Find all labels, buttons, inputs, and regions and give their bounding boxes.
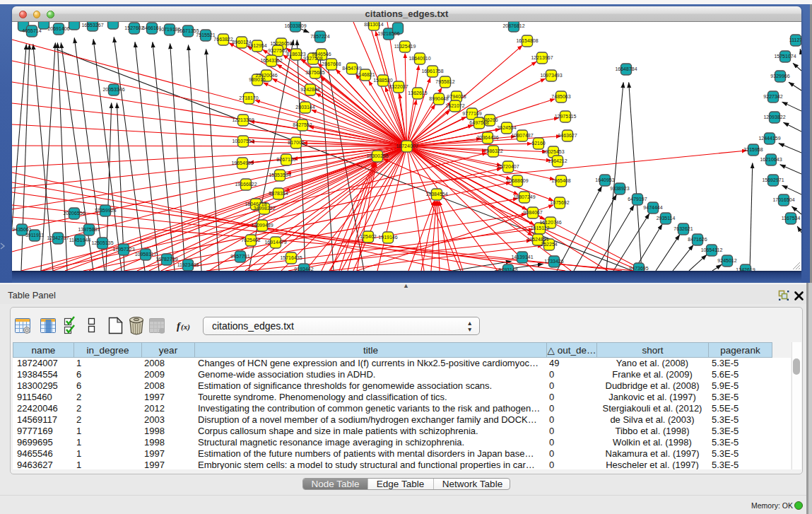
svg-text:7857224: 7857224 bbox=[310, 34, 329, 39]
svg-text:12444159: 12444159 bbox=[758, 136, 780, 141]
svg-text:1733426: 1733426 bbox=[544, 259, 563, 264]
svg-text:16648784: 16648784 bbox=[615, 66, 637, 71]
svg-text:13975887: 13975887 bbox=[78, 227, 100, 232]
svg-text:1640953: 1640953 bbox=[595, 177, 614, 182]
svg-text:15716435: 15716435 bbox=[280, 255, 302, 260]
svg-text:9327508: 9327508 bbox=[303, 56, 322, 61]
svg-text:12975115: 12975115 bbox=[555, 114, 577, 119]
svg-text:4055714: 4055714 bbox=[22, 28, 41, 33]
svg-text:9193442: 9193442 bbox=[294, 267, 313, 271]
svg-text:12213967: 12213967 bbox=[531, 55, 553, 60]
svg-text:1621072: 1621072 bbox=[445, 103, 464, 108]
svg-text:7663822: 7663822 bbox=[213, 37, 233, 42]
svg-text:8912954: 8912954 bbox=[247, 43, 266, 48]
svg-text:2718170: 2718170 bbox=[239, 95, 258, 100]
svg-text:8473695: 8473695 bbox=[629, 266, 648, 271]
svg-text:3911911: 3911911 bbox=[25, 233, 44, 238]
svg-text:252254: 252254 bbox=[541, 242, 557, 247]
svg-text:11325419: 11325419 bbox=[394, 44, 416, 49]
svg-text:7515521: 7515521 bbox=[196, 33, 215, 37]
svg-text:8267130: 8267130 bbox=[276, 157, 295, 162]
svg-text:16210643: 16210643 bbox=[760, 157, 782, 162]
svg-text:15353594: 15353594 bbox=[269, 173, 290, 177]
svg-text:16033809: 16033809 bbox=[284, 23, 306, 28]
svg-text:2935114: 2935114 bbox=[657, 216, 676, 221]
svg-text:16914479: 16914479 bbox=[264, 240, 286, 245]
svg-text:18724007: 18724007 bbox=[396, 144, 418, 148]
svg-text:9777169: 9777169 bbox=[462, 111, 481, 116]
svg-text:9474444: 9474444 bbox=[643, 205, 662, 210]
svg-text:1615112: 1615112 bbox=[531, 226, 550, 230]
svg-text:8427552: 8427552 bbox=[293, 122, 312, 127]
svg-text:14139141: 14139141 bbox=[511, 255, 533, 259]
svg-text:9084067: 9084067 bbox=[523, 210, 542, 215]
svg-text:16961758: 16961758 bbox=[421, 69, 443, 74]
svg-text:7955812: 7955812 bbox=[435, 79, 454, 84]
svg-text:9329966: 9329966 bbox=[770, 74, 789, 78]
svg-text:1362615: 1362615 bbox=[408, 90, 427, 95]
svg-text:17957223: 17957223 bbox=[112, 247, 134, 252]
svg-text:9242848: 9242848 bbox=[300, 87, 319, 92]
svg-text:20053346: 20053346 bbox=[102, 87, 124, 92]
svg-text:9327503: 9327503 bbox=[268, 48, 287, 53]
svg-text:7986322: 7986322 bbox=[483, 148, 502, 153]
svg-text:(x): (x) bbox=[181, 322, 190, 332]
svg-text:8813014: 8813014 bbox=[364, 22, 383, 27]
svg-text:9146821: 9146821 bbox=[355, 72, 375, 77]
svg-text:18300295: 18300295 bbox=[366, 153, 388, 158]
svg-text:10107553: 10107553 bbox=[232, 139, 254, 144]
svg-text:19218506: 19218506 bbox=[377, 31, 399, 36]
svg-text:15692971: 15692971 bbox=[762, 177, 784, 182]
svg-text:10807487: 10807487 bbox=[511, 133, 533, 138]
svg-text:1588520: 1588520 bbox=[373, 78, 392, 83]
svg-text:9338923: 9338923 bbox=[610, 186, 629, 191]
svg-text:3215958: 3215958 bbox=[743, 147, 763, 152]
svg-text:1919146: 1919146 bbox=[378, 235, 397, 240]
svg-text:17359924: 17359924 bbox=[94, 208, 116, 213]
svg-text:20206556: 20206556 bbox=[63, 211, 85, 216]
svg-text:9457791: 9457791 bbox=[230, 254, 249, 259]
svg-text:2867608: 2867608 bbox=[322, 62, 341, 66]
svg-text:16120746: 16120746 bbox=[539, 220, 561, 225]
svg-text:10654112: 10654112 bbox=[701, 247, 723, 252]
svg-text:9245012: 9245012 bbox=[717, 258, 736, 263]
svg-text:8454749: 8454749 bbox=[342, 66, 361, 71]
svg-text:11923448: 11923448 bbox=[177, 262, 199, 267]
svg-text:12093822: 12093822 bbox=[763, 115, 785, 119]
svg-text:7625402: 7625402 bbox=[241, 238, 260, 243]
svg-text:15751074: 15751074 bbox=[774, 54, 796, 59]
svg-text:1075692: 1075692 bbox=[550, 200, 569, 205]
svg-text:20876812: 20876812 bbox=[502, 23, 524, 28]
svg-text:1167534: 1167534 bbox=[782, 216, 801, 221]
svg-text:19524851: 19524851 bbox=[526, 237, 548, 242]
svg-text:1964212: 1964212 bbox=[548, 158, 567, 163]
svg-text:15720407: 15720407 bbox=[497, 164, 519, 169]
svg-text:3875685: 3875685 bbox=[305, 70, 324, 75]
svg-text:20691406: 20691406 bbox=[47, 26, 69, 31]
svg-text:9435061: 9435061 bbox=[12, 227, 31, 232]
svg-text:9227342: 9227342 bbox=[763, 94, 782, 99]
svg-text:9463627: 9463627 bbox=[558, 133, 577, 138]
svg-text:20364436: 20364436 bbox=[476, 135, 498, 140]
svg-text:6497568: 6497568 bbox=[469, 120, 488, 125]
svg-text:10025453: 10025453 bbox=[542, 149, 564, 154]
svg-text:989016: 989016 bbox=[249, 77, 265, 82]
svg-text:14099489: 14099489 bbox=[251, 223, 273, 228]
svg-text:8322037: 8322037 bbox=[389, 84, 408, 89]
svg-text:10973493: 10973493 bbox=[540, 73, 562, 78]
svg-text:10958117: 10958117 bbox=[135, 252, 157, 257]
svg-text:12505135: 12505135 bbox=[91, 240, 113, 245]
svg-text:16543362: 16543362 bbox=[260, 58, 282, 63]
svg-text:9793148: 9793148 bbox=[498, 267, 517, 271]
svg-text:2803144: 2803144 bbox=[295, 105, 314, 110]
svg-text:8878334: 8878334 bbox=[269, 191, 288, 196]
svg-text:1342619: 1342619 bbox=[736, 267, 755, 271]
svg-text:15226058: 15226058 bbox=[270, 41, 292, 46]
svg-text:817006: 817006 bbox=[288, 140, 304, 145]
svg-text:18807249: 18807249 bbox=[513, 194, 535, 199]
svg-text:19384554: 19384554 bbox=[425, 192, 447, 197]
svg-text:8990448: 8990448 bbox=[429, 96, 448, 101]
svg-text:19166822: 19166822 bbox=[235, 182, 257, 187]
svg-text:19654985: 19654985 bbox=[231, 160, 253, 165]
svg-text:125402: 125402 bbox=[360, 234, 376, 239]
